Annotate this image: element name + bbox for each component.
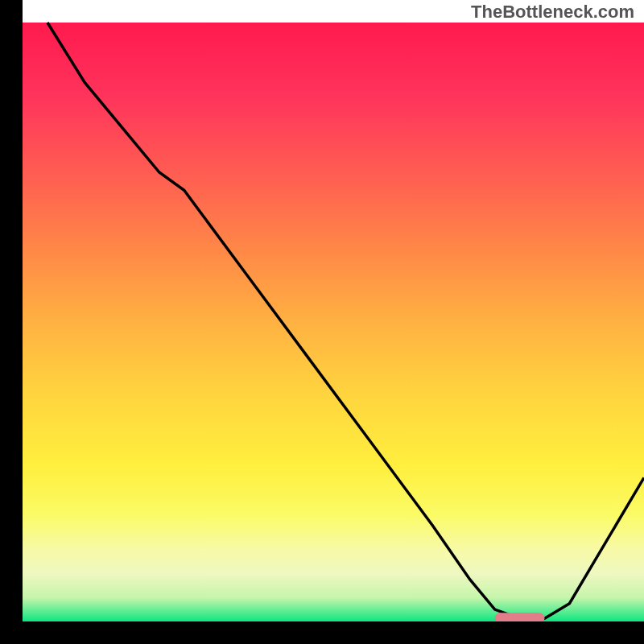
x-axis [0,621,644,644]
chart-container: TheBottleneck.com [0,0,644,644]
attribution-text: TheBottleneck.com [471,2,634,23]
gradient-background [23,23,644,621]
plot-area [23,23,644,624]
chart-svg [0,0,644,644]
y-axis [0,0,23,644]
